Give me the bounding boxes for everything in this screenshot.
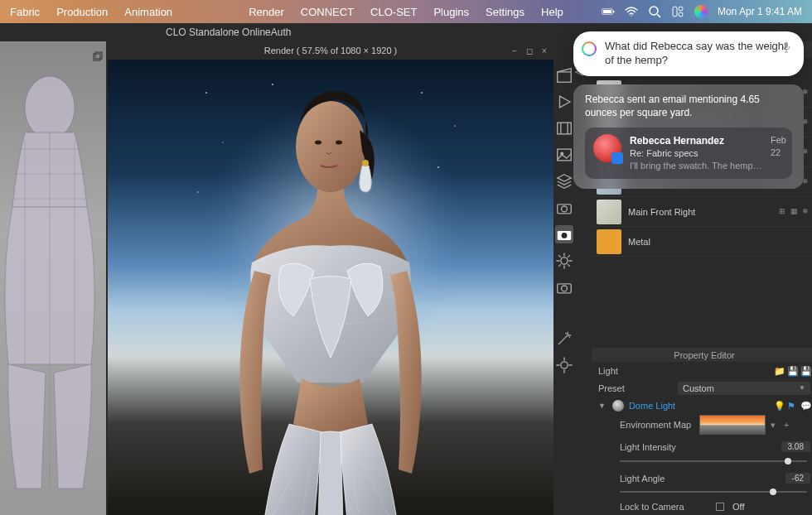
toolbar-vertical xyxy=(555,41,573,515)
save-as-icon[interactable]: 💾 xyxy=(800,366,810,376)
comment-icon[interactable]: 💬 xyxy=(800,401,810,411)
tool-gear2-icon[interactable] xyxy=(555,356,573,374)
rendered-model xyxy=(173,68,488,515)
svg-point-15 xyxy=(454,125,456,127)
siri-icon[interactable] xyxy=(694,5,708,18)
menu-help[interactable]: Help xyxy=(541,6,563,18)
svg-rect-6 xyxy=(679,7,683,11)
grid-icon[interactable]: ▦ xyxy=(790,207,800,217)
light-angle-slider[interactable] xyxy=(620,491,807,493)
menu-animation[interactable]: Animation xyxy=(124,6,172,18)
popout-icon[interactable] xyxy=(93,50,103,60)
svg-rect-7 xyxy=(679,12,683,17)
svg-point-12 xyxy=(272,84,273,85)
macos-menubar: Fabric Production Animation Render CONNE… xyxy=(0,0,812,23)
svg-rect-9 xyxy=(95,52,102,59)
battery-icon[interactable] xyxy=(602,5,615,18)
chevron-down-icon[interactable]: ▾ xyxy=(771,420,781,430)
siri-question-bubble[interactable]: What did Rebecca say was the weight of t… xyxy=(573,31,804,76)
lock-to-camera-value: Off xyxy=(732,502,744,512)
object-thumb xyxy=(597,229,621,254)
env-map-thumbnail[interactable] xyxy=(699,415,766,435)
flag-icon[interactable]: ⚑ xyxy=(787,401,797,411)
object-item[interactable]: Metal xyxy=(592,227,812,257)
wireframe-viewport[interactable] xyxy=(0,41,106,515)
collapse-icon[interactable]: ▼ xyxy=(598,402,606,410)
tool-camera-icon[interactable] xyxy=(555,199,573,217)
svg-point-18 xyxy=(197,191,199,193)
siri-email-card[interactable]: Rebecca Hernandez Re: Fabric specs I'll … xyxy=(585,128,792,179)
svg-point-14 xyxy=(421,92,423,94)
email-date: Feb 22 xyxy=(771,134,786,159)
svg-point-23 xyxy=(362,160,369,166)
dome-light-label[interactable]: Dome Light xyxy=(629,401,675,411)
tool-gear-icon[interactable] xyxy=(555,252,573,270)
siri-icon xyxy=(582,41,597,56)
svg-rect-1 xyxy=(603,10,611,13)
minimize-icon[interactable]: − xyxy=(509,45,520,56)
avatar xyxy=(593,134,621,162)
microphone-icon[interactable] xyxy=(781,41,792,53)
svg-point-16 xyxy=(222,142,223,142)
svg-line-4 xyxy=(657,14,660,17)
menu-fabric[interactable]: Fabric xyxy=(10,6,40,18)
render-panel: Render ( 57.5% of 1080 × 1920 ) − ◻ × xyxy=(106,41,555,515)
menu-production[interactable]: Production xyxy=(56,6,108,18)
email-subject: Re: Fabric specs xyxy=(630,147,762,160)
menu-closet[interactable]: CLO-SET xyxy=(370,6,417,18)
menu-plugins[interactable]: Plugins xyxy=(433,6,469,18)
tool-film-icon[interactable] xyxy=(555,119,573,137)
render-viewport[interactable] xyxy=(108,60,553,515)
freeze-icon[interactable]: ❄ xyxy=(802,207,812,217)
menu-settings[interactable]: Settings xyxy=(486,6,524,18)
svg-point-20 xyxy=(296,101,365,192)
svg-point-10 xyxy=(25,76,75,139)
email-from: Rebecca Hernandez xyxy=(630,134,762,147)
tool-clapper-icon[interactable] xyxy=(555,66,573,84)
light-intensity-value[interactable]: 3.08 xyxy=(781,441,810,452)
property-editor-title: Property Editor xyxy=(592,348,812,362)
light-intensity-slider[interactable] xyxy=(620,460,807,462)
env-map-label: Environment Map xyxy=(620,420,694,430)
svg-point-33 xyxy=(562,233,568,238)
add-icon[interactable]: ⊞ xyxy=(779,207,789,217)
search-icon[interactable] xyxy=(648,5,661,18)
preset-label: Preset xyxy=(598,383,673,393)
close-icon[interactable]: × xyxy=(539,45,550,56)
svg-rect-2 xyxy=(613,11,614,13)
tool-image-icon[interactable] xyxy=(555,146,573,164)
tool-layers-icon[interactable] xyxy=(555,172,573,190)
preset-dropdown[interactable]: Custom ▼ xyxy=(678,382,810,395)
svg-point-37 xyxy=(561,362,568,368)
tool-camera2-icon[interactable] xyxy=(555,278,573,296)
svg-point-11 xyxy=(205,92,207,94)
bulb-icon[interactable]: 💡 xyxy=(774,401,784,411)
object-item[interactable]: Main Front Right ⊞▦❄ xyxy=(592,197,812,227)
svg-point-3 xyxy=(650,7,658,15)
tool-camera-settings-icon[interactable] xyxy=(555,225,573,243)
light-angle-value[interactable]: -62 xyxy=(785,473,810,484)
chevron-down-icon: ▼ xyxy=(799,384,805,392)
svg-rect-25 xyxy=(558,123,572,134)
popout-icon[interactable]: ◻ xyxy=(524,45,535,56)
tool-wand-icon[interactable] xyxy=(555,330,573,348)
lock-to-camera-label: Lock to Camera xyxy=(620,502,711,512)
control-center-icon[interactable] xyxy=(671,5,684,18)
property-editor-panel: Property Editor Light 📁 💾 💾 Preset Custo… xyxy=(592,348,812,515)
svg-point-34 xyxy=(561,258,568,264)
menu-render[interactable]: Render xyxy=(249,6,284,18)
menubar-datetime[interactable]: Mon Apr 1 9:41 AM xyxy=(718,6,802,17)
svg-rect-5 xyxy=(673,7,677,17)
light-angle-label: Light Angle xyxy=(620,474,703,484)
menu-connect[interactable]: CONNECT xyxy=(301,6,354,18)
lock-to-camera-checkbox[interactable] xyxy=(716,503,724,511)
wifi-icon[interactable] xyxy=(625,5,638,18)
siri-overlay: What did Rebecca say was the weight of t… xyxy=(573,31,804,189)
svg-point-31 xyxy=(562,206,568,212)
siri-answer-text: Rebecca sent an email mentioning 4.65 ou… xyxy=(585,93,792,119)
open-icon[interactable]: 📁 xyxy=(774,366,784,376)
tool-play-icon[interactable] xyxy=(555,93,573,111)
add-icon[interactable]: + xyxy=(784,420,794,430)
siri-answer-bubble: Rebecca sent an email mentioning 4.65 ou… xyxy=(573,84,804,189)
save-icon[interactable]: 💾 xyxy=(787,366,797,376)
